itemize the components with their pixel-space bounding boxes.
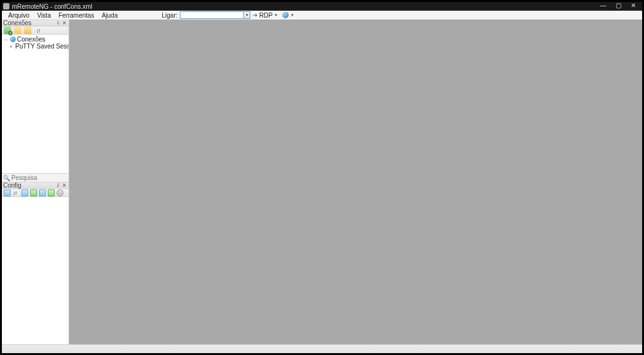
tree-root-row[interactable]: − Conexões [3, 36, 67, 43]
close-button[interactable]: ✕ [626, 2, 641, 11]
panel-pin-button[interactable]: ⇩ [55, 20, 61, 26]
title-bar: mRemoteNG - confCons.xml — ▢ ✕ [2, 2, 642, 11]
connections-panel-title: Conexões [3, 20, 55, 26]
maximize-button[interactable]: ▢ [611, 2, 626, 11]
config-categorized-icon[interactable] [4, 189, 11, 196]
config-toolbar: ↓↑ [2, 189, 69, 197]
connections-search[interactable]: 🔍 Pesquisa [2, 173, 69, 182]
config-panel-title: Config [3, 182, 55, 189]
new-connection-icon[interactable] [4, 26, 11, 34]
tree-putty-label: PuTTY Saved Sessions [15, 43, 69, 50]
play-icon: ➔ [253, 12, 258, 18]
body-area: Conexões ⇩ ✕ ↓↑ − Conexões + [2, 20, 642, 344]
panel-close-button[interactable]: ✕ [61, 20, 67, 26]
search-placeholder: Pesquisa [11, 174, 37, 181]
globe-icon [282, 12, 289, 18]
menu-arquivo[interactable]: Arquivo [4, 12, 33, 19]
panel-close-button[interactable]: ✕ [61, 183, 67, 188]
config-default-icon[interactable] [39, 189, 46, 196]
new-folder-icon[interactable] [14, 26, 21, 34]
config-prop-icon[interactable] [21, 189, 28, 196]
tree-putty-row[interactable]: + PuTTY Saved Sessions [3, 43, 67, 50]
minimize-button[interactable]: — [596, 2, 611, 11]
connect-label: Ligar: [159, 12, 180, 19]
expand-icon[interactable]: + [9, 43, 13, 50]
protocol-label: RDP [259, 12, 272, 19]
menu-ferramentas[interactable]: Ferramentas [55, 12, 98, 19]
window-title: mRemoteNG - confCons.xml [12, 3, 596, 10]
config-inherit-icon[interactable] [30, 189, 37, 196]
tree-root-label: Conexões [17, 36, 45, 43]
config-help-icon[interactable] [57, 189, 64, 196]
connect-button[interactable]: ➔ RDP ▾ [250, 11, 280, 19]
folder-icon[interactable] [24, 26, 31, 34]
connections-tree[interactable]: − Conexões + PuTTY Saved Sessions [2, 35, 69, 173]
quick-connect-input[interactable] [180, 11, 244, 19]
globe-dropdown-icon[interactable]: ▾ [290, 13, 294, 18]
expand-icon[interactable]: − [3, 37, 9, 43]
protocol-dropdown-icon[interactable]: ▾ [274, 13, 277, 18]
app-icon [3, 3, 9, 9]
connections-panel-header[interactable]: Conexões ⇩ ✕ [2, 20, 69, 26]
config-panel-body [2, 197, 69, 344]
sort-icon[interactable]: ↓↑ [34, 26, 42, 34]
config-sort-icon[interactable]: ↓↑ [13, 189, 19, 196]
menu-vista[interactable]: Vista [33, 12, 55, 19]
status-bar [2, 344, 642, 353]
globe-icon [10, 37, 16, 42]
globe-button[interactable]: ▾ [280, 11, 296, 19]
search-icon: 🔍 [3, 175, 10, 181]
mdi-client-area [69, 20, 642, 344]
quick-connect-dropdown[interactable]: ▾ [244, 11, 250, 19]
config-panel-header[interactable]: Config ⇩ ✕ [2, 182, 69, 189]
menu-bar: Arquivo Vista Ferramentas Ajuda Ligar: ▾… [2, 11, 642, 20]
config-default2-icon[interactable] [48, 189, 55, 196]
connections-toolbar: ↓↑ [2, 26, 69, 35]
app-window: mRemoteNG - confCons.xml — ▢ ✕ Arquivo V… [2, 2, 642, 353]
panel-pin-button[interactable]: ⇩ [55, 183, 61, 188]
menu-ajuda[interactable]: Ajuda [98, 12, 122, 19]
sidebar: Conexões ⇩ ✕ ↓↑ − Conexões + [2, 20, 69, 344]
